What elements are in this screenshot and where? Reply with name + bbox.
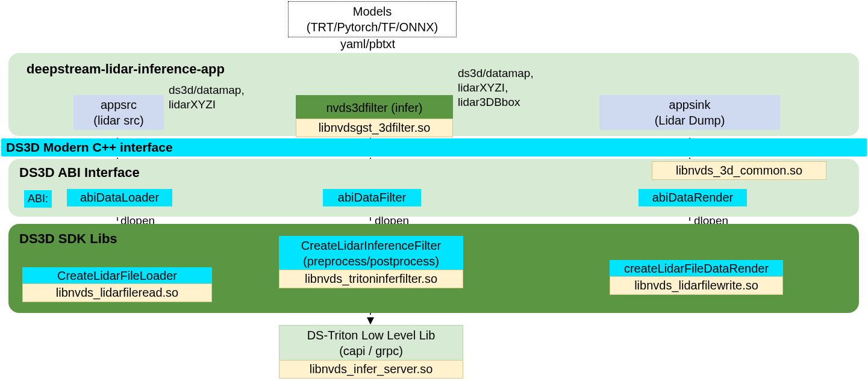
filter-fn2: (preprocess/postprocess) (283, 253, 460, 269)
filter-title: nvds3dfilter (infer) (326, 101, 422, 114)
abi-filter: abiDataFilter (323, 189, 421, 206)
triton-stack: DS-Triton Low Level Lib (capi / grpc) li… (279, 325, 463, 379)
common-lib: libnvds_3d_common.so (652, 161, 826, 180)
filter-stack: nvds3dfilter (infer) libnvdsgst_3dfilter… (296, 95, 453, 137)
filter-fn-stack: CreateLidarInferenceFilter (preprocess/p… (279, 236, 463, 288)
appsrc-box: appsrc (lidar src) (73, 95, 164, 130)
filter-lib: libnvds_tritoninferfilter.so (279, 270, 463, 288)
filter-box: nvds3dfilter (infer) (296, 95, 453, 120)
sdk-title: DS3D SDK Libs (19, 231, 117, 247)
render-fn: createLidarFileDataRender (610, 260, 783, 277)
triton-box: DS-Triton Low Level Lib (capi / grpc) (279, 325, 463, 361)
filter-lib: libnvdsgst_3dfilter.so (296, 119, 453, 137)
appsink-line1: appsink (604, 97, 775, 113)
triton-line2: (capi / grpc) (284, 343, 458, 359)
abi-loader: abiDataLoader (67, 189, 172, 206)
appsink-line2: (Lidar Dump) (604, 113, 775, 128)
triton-lib: libnvds_infer_server.so (279, 360, 463, 379)
render-stack: createLidarFileDataRender libnvds_lidarf… (610, 260, 783, 295)
abi-title: DS3D ABI Interface (19, 165, 140, 181)
cpp-interface-bar: DS3D Modern C++ interface (1, 138, 867, 156)
loader-stack: CreateLidarFileLoader libnvds_lidarfiler… (22, 267, 212, 302)
models-box: Models (TRT/Pytorch/TF/ONNX) (288, 1, 457, 37)
yaml-label: yaml/pbtxt (340, 37, 395, 51)
loader-fn: CreateLidarFileLoader (22, 267, 212, 285)
app-title: deepstream-lidar-inference-app (27, 61, 225, 77)
filter-fn1: CreateLidarInferenceFilter (283, 238, 460, 253)
models-sub: (TRT/Pytorch/TF/ONNX) (295, 19, 450, 35)
appsrc-line2: (lidar src) (78, 113, 159, 128)
appsink-box: appsink (Lidar Dump) (599, 95, 780, 130)
render-lib: libnvds_lidarfilewrite.so (610, 276, 783, 295)
models-title: Models (295, 4, 450, 19)
loader-lib: libnvds_lidarfileread.so (22, 283, 212, 302)
flow2-label: ds3d/datamap, lidarXYZI, lidar3DBbox (458, 66, 534, 109)
abi-label: ABI: (24, 190, 52, 208)
filter-fn: CreateLidarInferenceFilter (preprocess/p… (279, 236, 463, 271)
flow1-label: ds3d/datamap, lidarXYZI (169, 83, 245, 112)
appsrc-line1: appsrc (78, 97, 159, 113)
triton-line1: DS-Triton Low Level Lib (284, 327, 458, 343)
abi-render: abiDataRender (639, 189, 747, 206)
